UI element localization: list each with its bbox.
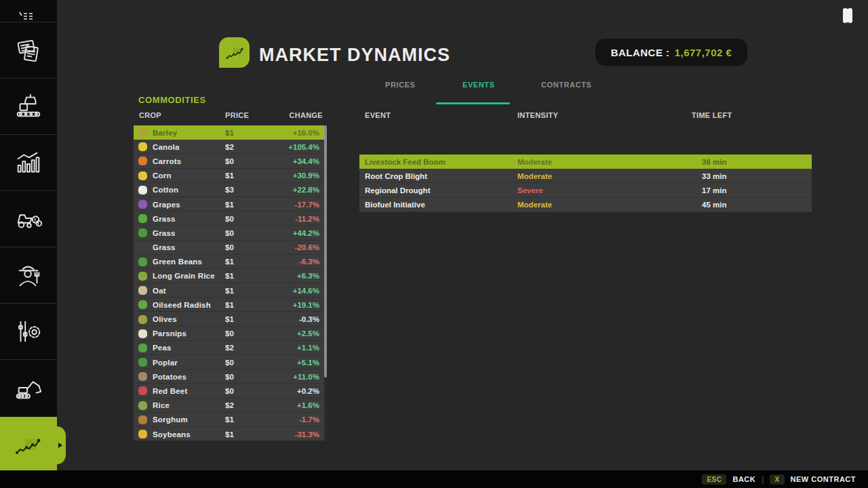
- commodity-row[interactable]: Red Beet $0 +0.2%: [134, 384, 324, 398]
- crop-change: +1.1%: [297, 344, 319, 352]
- crop-name: Olives: [153, 315, 177, 323]
- crop-price: $1: [225, 315, 234, 323]
- sidebar-item-finances[interactable]: [0, 190, 57, 247]
- back-button[interactable]: BACK: [732, 475, 755, 483]
- commodities-table-header: CROP PRICE CHANGE: [134, 111, 324, 121]
- new-contract-button[interactable]: NEW CONTRACT: [791, 475, 856, 483]
- crop-icon: [138, 200, 147, 209]
- crop-change: +0.2%: [297, 387, 319, 395]
- commodity-row[interactable]: Soybeans $1 -31.3%: [134, 427, 324, 441]
- commodity-row[interactable]: Corn $1 +30.9%: [134, 169, 324, 183]
- production-icon: [13, 91, 44, 122]
- crop-name: Green Beans: [153, 258, 202, 266]
- crop-price: $1: [225, 201, 234, 209]
- event-row[interactable]: Root Crop Blight Moderate 33 min: [359, 169, 812, 183]
- crop-price: $0: [225, 329, 234, 338]
- crop-icon: [138, 300, 147, 309]
- crop-change: -11.2%: [295, 215, 319, 223]
- crop-name: Parsnips: [153, 329, 186, 338]
- crop-name: Soybeans: [153, 430, 191, 439]
- commodity-row[interactable]: Grapes $1 -17.7%: [134, 197, 324, 211]
- commodity-row[interactable]: Grass $0 +44.2%: [134, 226, 324, 240]
- sidebar-item-documents[interactable]: [0, 22, 57, 78]
- crop-price: $2: [225, 401, 234, 409]
- sidebar-item-market-dynamics[interactable]: [0, 417, 57, 474]
- crop-change: +34.4%: [293, 157, 319, 165]
- crop-icon: [138, 372, 147, 381]
- commodity-row[interactable]: Sorghum $1 -1.7%: [134, 413, 324, 427]
- construction-icon: [13, 372, 44, 403]
- sidebar-item-farmer[interactable]: [0, 247, 57, 303]
- commodity-row[interactable]: Cotton $3 +22.8%: [134, 183, 324, 197]
- crop-icon: [138, 228, 147, 237]
- commodity-row[interactable]: Green Beans $1 -6.3%: [134, 255, 324, 269]
- crop-change: +2.5%: [297, 329, 319, 338]
- crop-change: +1.6%: [297, 401, 319, 409]
- commodity-row[interactable]: Oilseed Radish $1 +19.1%: [134, 298, 324, 312]
- market-dynamics-icon: [12, 430, 45, 461]
- sidebar-item-map[interactable]: [0, 0, 57, 22]
- commodity-row[interactable]: Grass $0 -20.6%: [134, 241, 324, 255]
- sidebar-item-statistics[interactable]: [0, 134, 57, 190]
- crop-name: Carrots: [153, 157, 181, 165]
- crop-price: $1: [225, 258, 234, 266]
- esc-key-button[interactable]: ESC: [702, 474, 726, 485]
- crop-name: Rice: [153, 401, 170, 409]
- commodity-row[interactable]: Oat $1 +14.6%: [134, 283, 324, 298]
- farmer-icon: [13, 260, 44, 291]
- crop-change: +19.1%: [293, 301, 319, 309]
- crop-price: $0: [225, 243, 234, 251]
- crop-price: $2: [225, 344, 234, 352]
- event-name: Root Crop Blight: [365, 172, 427, 180]
- phone-icon[interactable]: [843, 8, 852, 23]
- commodity-row[interactable]: Parsnips $0 +2.5%: [134, 327, 324, 341]
- crop-price: $1: [225, 430, 234, 439]
- crop-change: -1.7%: [299, 415, 319, 424]
- crop-change: -20.6%: [295, 243, 319, 251]
- commodity-row[interactable]: Potatoes $0 +11.0%: [134, 369, 324, 384]
- sidebar-item-settings[interactable]: [0, 303, 57, 359]
- crop-price: $1: [225, 171, 234, 180]
- statistics-icon: [13, 147, 44, 178]
- event-time-left: 17 min: [702, 186, 726, 195]
- crop-change: -6.3%: [299, 258, 319, 266]
- commodity-row[interactable]: Grass $0 -11.2%: [134, 211, 324, 226]
- crop-icon: [138, 214, 147, 223]
- commodity-row[interactable]: Carrots $0 +34.4%: [134, 154, 324, 168]
- event-row[interactable]: Biofuel Initiative Moderate 45 min: [359, 198, 812, 212]
- crop-icon: [138, 344, 147, 352]
- sidebar-item-production[interactable]: [0, 78, 57, 134]
- commodity-row[interactable]: Long Grain Rice $1 +6.3%: [134, 269, 324, 283]
- event-row[interactable]: Regional Drought Severe 17 min: [359, 183, 812, 197]
- commodities-scrollbar[interactable]: [324, 125, 327, 441]
- crop-change: -31.3%: [295, 430, 319, 439]
- sidebar: [0, 0, 57, 488]
- commodity-row[interactable]: Poplar $0 +5.1%: [134, 355, 324, 369]
- tab-prices[interactable]: PRICES: [385, 81, 416, 89]
- crop-name: Cotton: [153, 186, 178, 194]
- scrollbar-thumb[interactable]: [324, 125, 327, 378]
- event-row[interactable]: Livestock Feed Boom Moderate 38 min: [359, 155, 812, 169]
- tab-events[interactable]: EVENTS: [462, 81, 495, 89]
- crop-name: Grass: [153, 229, 176, 237]
- column-header-time-left: TIME LEFT: [692, 111, 732, 119]
- sidebar-item-construction[interactable]: [0, 359, 57, 415]
- event-time-left: 45 min: [702, 201, 726, 209]
- tab-contracts[interactable]: CONTRACTS: [541, 81, 591, 89]
- crop-price: $1: [225, 415, 234, 424]
- commodity-row[interactable]: Rice $2 +1.6%: [134, 399, 324, 413]
- crop-icon: [138, 386, 147, 395]
- crop-name: Corn: [153, 171, 172, 180]
- commodity-row[interactable]: Peas $2 +1.1%: [134, 341, 324, 355]
- commodity-row[interactable]: Olives $1 -0.3%: [134, 312, 324, 326]
- crop-change: +14.6%: [293, 287, 319, 295]
- crop-icon: [138, 415, 147, 424]
- crop-icon: [138, 286, 147, 295]
- crop-icon: [138, 430, 147, 439]
- commodity-row[interactable]: Canola $2 +105.4%: [134, 140, 324, 154]
- commodity-row[interactable]: Barley $1 +16.0%: [134, 125, 324, 140]
- active-tab-underline: [436, 102, 510, 104]
- footer-separator: |: [762, 474, 764, 484]
- event-intensity: Moderate: [517, 201, 552, 209]
- x-key-button[interactable]: X: [770, 474, 784, 485]
